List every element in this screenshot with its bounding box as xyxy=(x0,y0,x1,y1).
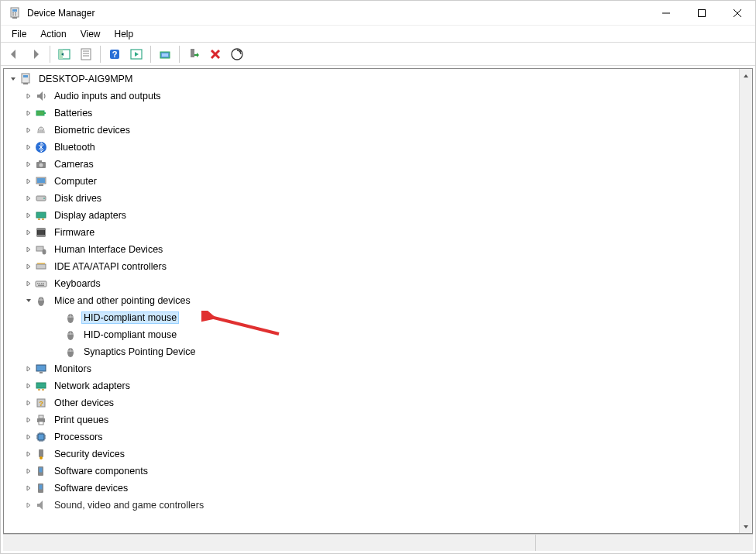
tree-category-mice[interactable]: Mice and other pointing devices xyxy=(4,292,739,309)
tree-root-label: DESKTOP-AIG9MPM xyxy=(36,73,135,85)
svg-rect-6 xyxy=(12,17,17,19)
tree-category-biometric[interactable]: Biometric devices xyxy=(4,122,739,139)
menu-file[interactable]: File xyxy=(5,27,33,41)
tree-category-batteries[interactable]: Batteries xyxy=(4,105,739,122)
enable-device-button[interactable] xyxy=(184,45,204,64)
properties-button[interactable] xyxy=(76,45,96,64)
device-tree[interactable]: DESKTOP-AIG9MPM Audio inputs and outputs… xyxy=(4,69,739,533)
chevron-right-icon[interactable] xyxy=(22,380,35,392)
tree-device-hid-mouse-2[interactable]: HID-compliant mouse xyxy=(4,326,739,343)
chevron-right-icon[interactable] xyxy=(22,482,35,494)
tree-category-hid[interactable]: Human Interface Devices xyxy=(4,241,739,258)
chevron-right-icon[interactable] xyxy=(22,192,35,205)
update-driver-button[interactable] xyxy=(155,45,175,64)
svg-rect-46 xyxy=(37,235,45,236)
chevron-right-icon[interactable] xyxy=(22,431,35,443)
chevron-right-icon[interactable] xyxy=(22,397,35,409)
maximize-button[interactable] xyxy=(684,1,720,26)
mouse-icon xyxy=(64,329,77,341)
tree-category-ide[interactable]: IDE ATA/ATAPI controllers xyxy=(4,258,739,275)
tree-category-firmware[interactable]: Firmware xyxy=(4,224,739,241)
svg-rect-38 xyxy=(39,184,43,186)
tree-category-swdev[interactable]: Software devices xyxy=(4,480,739,497)
tree-category-network[interactable]: Network adapters xyxy=(4,377,739,394)
svg-rect-21 xyxy=(162,53,168,57)
chevron-right-icon[interactable] xyxy=(22,124,35,136)
tree-category-display[interactable]: Display adapters xyxy=(4,207,739,224)
chevron-right-icon[interactable] xyxy=(22,363,35,375)
tree-category-print[interactable]: Print queues xyxy=(4,411,739,428)
titlebar: Device Manager xyxy=(1,1,755,26)
svg-rect-2 xyxy=(12,12,14,14)
mouse-icon xyxy=(35,294,47,307)
scan-hardware-button[interactable] xyxy=(227,45,247,64)
other-device-icon: ? xyxy=(35,397,47,409)
tree-category-cameras[interactable]: Cameras xyxy=(4,156,739,173)
tree-category-monitors[interactable]: Monitors xyxy=(4,360,739,377)
tree-item-label: Sound, video and game controllers xyxy=(52,499,206,511)
tree-category-bluetooth[interactable]: Bluetooth xyxy=(4,139,739,156)
svg-point-48 xyxy=(43,249,46,255)
chevron-right-icon[interactable] xyxy=(22,107,35,119)
tree-item-label: Software components xyxy=(52,465,150,477)
tree-item-label: Keyboards xyxy=(52,277,103,290)
chevron-right-icon[interactable] xyxy=(22,465,35,477)
tree-category-keyboards[interactable]: Keyboards xyxy=(4,275,739,292)
chevron-right-icon[interactable] xyxy=(22,260,35,273)
tree-category-processors[interactable]: Processors xyxy=(4,428,739,446)
vertical-scrollbar[interactable] xyxy=(739,69,752,533)
display-adapter-icon xyxy=(35,209,47,222)
close-button[interactable] xyxy=(720,1,755,26)
tree-category-sound[interactable]: Sound, video and game controllers xyxy=(4,497,739,514)
chevron-down-icon[interactable] xyxy=(22,294,35,307)
svg-rect-3 xyxy=(15,12,16,14)
chevron-down-icon[interactable] xyxy=(7,73,19,85)
action-button[interactable] xyxy=(126,45,146,64)
svg-rect-42 xyxy=(38,219,40,220)
tree-category-security[interactable]: Security devices xyxy=(4,446,739,463)
menu-action[interactable]: Action xyxy=(34,27,72,41)
tree-category-audio[interactable]: Audio inputs and outputs xyxy=(4,88,739,105)
security-icon xyxy=(35,448,47,460)
tree-item-label: HID-compliant mouse xyxy=(81,311,179,324)
device-manager-icon xyxy=(9,7,21,19)
chevron-right-icon[interactable] xyxy=(22,414,35,426)
svg-rect-69 xyxy=(40,372,43,373)
chevron-right-icon[interactable] xyxy=(22,499,35,511)
tree-device-synaptics[interactable]: Synaptics Pointing Device xyxy=(4,343,739,360)
menu-help[interactable]: Help xyxy=(108,27,140,41)
tree-item-label: Human Interface Devices xyxy=(52,243,165,256)
chevron-right-icon[interactable] xyxy=(22,209,35,222)
chevron-right-icon[interactable] xyxy=(22,277,35,290)
forward-button[interactable] xyxy=(26,45,46,64)
tree-category-disk[interactable]: Disk drives xyxy=(4,190,739,207)
svg-point-80 xyxy=(40,456,43,459)
chevron-right-icon[interactable] xyxy=(22,90,35,102)
tree-item-label: Biometric devices xyxy=(52,124,132,136)
minimize-button[interactable] xyxy=(648,1,684,26)
tree-category-computer[interactable]: Computer xyxy=(4,173,739,190)
chevron-right-icon[interactable] xyxy=(22,226,35,239)
uninstall-device-button[interactable] xyxy=(205,45,225,64)
status-panel-right xyxy=(536,535,753,551)
tree-item-label: Mice and other pointing devices xyxy=(52,294,193,307)
chevron-right-icon[interactable] xyxy=(22,141,35,153)
tree-category-swcomp[interactable]: Software components xyxy=(4,463,739,480)
menu-view[interactable]: View xyxy=(74,27,107,41)
chevron-right-icon[interactable] xyxy=(22,158,35,170)
scroll-up-button[interactable] xyxy=(740,69,752,82)
chevron-right-icon[interactable] xyxy=(22,175,35,188)
tree-root[interactable]: DESKTOP-AIG9MPM xyxy=(4,71,739,88)
back-button[interactable] xyxy=(4,45,24,64)
mouse-icon xyxy=(64,346,77,358)
scroll-down-button[interactable] xyxy=(740,520,752,533)
help-button[interactable]: ? xyxy=(105,45,125,64)
tree-category-other[interactable]: ? Other devices xyxy=(4,394,739,411)
tree-device-hid-mouse-1[interactable]: HID-compliant mouse xyxy=(4,309,739,326)
show-hide-console-tree-button[interactable] xyxy=(54,45,74,64)
network-icon xyxy=(35,380,47,392)
chevron-right-icon[interactable] xyxy=(22,448,35,460)
scroll-track[interactable] xyxy=(740,82,752,520)
chevron-right-icon[interactable] xyxy=(22,243,35,256)
tree-item-label: Computer xyxy=(52,175,99,188)
